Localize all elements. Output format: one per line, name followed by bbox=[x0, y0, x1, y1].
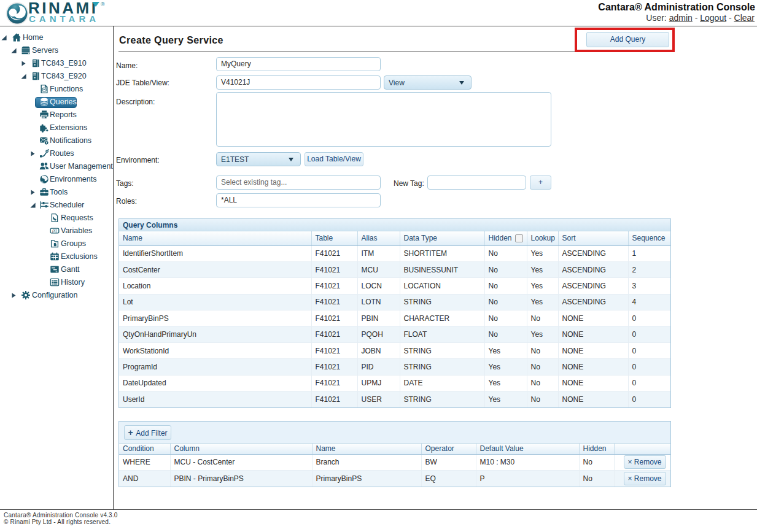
svg-text:(x): (x) bbox=[52, 228, 57, 233]
